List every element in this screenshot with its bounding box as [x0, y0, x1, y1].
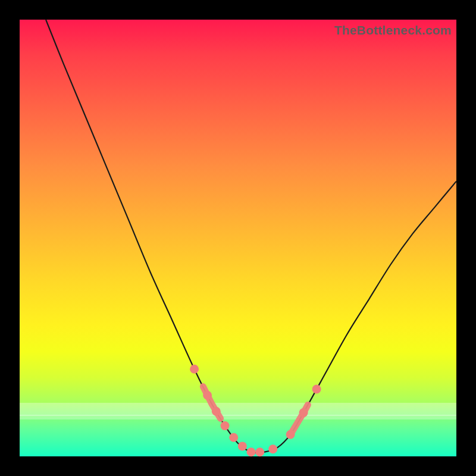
watermark-text: TheBottleneck.com — [334, 23, 452, 37]
marker-point — [268, 444, 277, 453]
marker-point — [312, 385, 321, 394]
marker-point — [221, 421, 230, 430]
marker-point — [238, 441, 247, 450]
marker-point — [203, 391, 212, 400]
highlighted-markers — [190, 365, 321, 457]
marker-point — [229, 433, 238, 442]
marker-point — [286, 430, 295, 439]
marker-point — [190, 365, 199, 374]
plot-area: TheBottleneck.com — [20, 20, 456, 456]
marker-point — [212, 407, 221, 416]
marker-point — [247, 447, 256, 456]
chart-frame: TheBottleneck.com — [0, 0, 476, 476]
bottleneck-curve — [46, 20, 456, 453]
marker-point — [255, 447, 264, 456]
curve-layer — [20, 20, 456, 456]
marker-point — [299, 408, 308, 417]
